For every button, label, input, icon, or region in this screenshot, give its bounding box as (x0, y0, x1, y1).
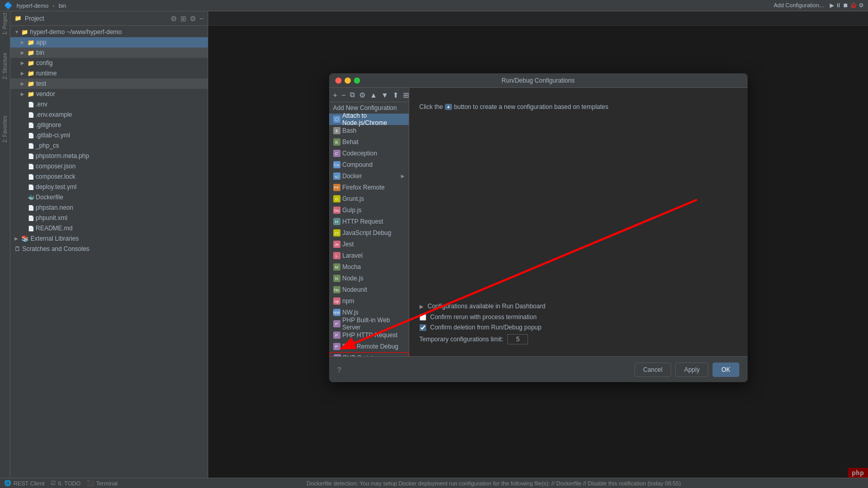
gulp-icon: Gu (333, 207, 340, 214)
project-panel: 📁 Project ⚙ ⊞ ⚙ − ▼ 📁 hyperf-demo ~/www/… (10, 11, 208, 478)
config-item-php-script[interactable]: P PHP Script (329, 352, 409, 356)
tree-label-app: app (36, 39, 47, 46)
jsdebug-icon: JS (333, 229, 340, 237)
config-item-grunt[interactable]: G Grunt.js (329, 193, 409, 204)
composer-json-icon: 📄 (28, 164, 34, 169)
config-item-php-http[interactable]: P PHP HTTP Request (329, 329, 409, 341)
cancel-button[interactable]: Cancel (634, 363, 671, 377)
sync-icon[interactable]: ⚙ (171, 14, 177, 23)
apply-button[interactable]: Apply (675, 363, 708, 377)
tree-label-readme: README.md (36, 225, 72, 232)
config-item-gulp[interactable]: Gu Gulp.js (329, 204, 409, 216)
move-up-btn[interactable]: ▲ (369, 91, 378, 99)
config-item-attach-node[interactable]: ⬡ Attach to Node.js/Chrome (329, 114, 409, 125)
config-item-npm[interactable]: np npm (329, 295, 409, 307)
http-icon: H (333, 218, 340, 225)
tree-item-external[interactable]: ▶ 📚 External Libraries (10, 233, 208, 244)
add-config-btn[interactable]: + (332, 91, 338, 99)
nodejs-icon: N (333, 275, 340, 282)
temp-limit-input[interactable] (507, 334, 528, 344)
config-toolbar: + − ⧉ ⚙ ▲ ▼ ⬆ ⊞ (329, 88, 409, 102)
php-http-icon: P (333, 332, 340, 339)
tree-item-phpstorm[interactable]: 📄 phpstorm.meta.php (10, 151, 208, 161)
ok-button[interactable]: OK (712, 363, 739, 377)
config-hint: Click the + button to create a new confi… (420, 103, 737, 111)
tree-item-config[interactable]: ▶ 📁 config (10, 58, 208, 68)
tree-item-composer-lock[interactable]: 📄 composer.lock (10, 171, 208, 182)
tree-item-app[interactable]: ▶ 📁 app (10, 37, 208, 48)
tree-item-dockerfile[interactable]: 🐳 Dockerfile (10, 192, 208, 202)
move-down-btn[interactable]: ▼ (380, 91, 390, 99)
tree-item-env-example[interactable]: 📄 .env.example (10, 109, 208, 120)
config-item-jsdebug[interactable]: JS JavaScript Debug (329, 227, 409, 239)
rest-icon: 🌐 (4, 480, 11, 486)
compound-icon: Co (333, 161, 340, 168)
readme-icon: 📄 (28, 226, 34, 231)
check1-label: Confirm rerun with process termination (430, 313, 537, 321)
status-terminal[interactable]: ⬛ Terminal (87, 480, 118, 486)
config-item-bash[interactable]: $ Bash (329, 125, 409, 136)
tree-label-env: .env (36, 101, 48, 108)
config-item-nodejs[interactable]: N Node.js (329, 273, 409, 284)
tree-item-scratches[interactable]: 🗒 Scratches and Consoles (10, 244, 208, 254)
settings-icon[interactable]: ⚙ (190, 14, 196, 23)
project-header: 📁 Project ⚙ ⊞ ⚙ − (10, 11, 208, 26)
config-item-firefox[interactable]: FF Firefox Remote (329, 182, 409, 193)
add-config-label[interactable]: Add Configuration... ▶ ⏸ ⏹ 🐞 ⚙ (773, 2, 864, 9)
minimize-icon[interactable]: − (199, 14, 204, 23)
config-item-codeception[interactable]: C Codeception (329, 148, 409, 159)
tree-item-gitignore[interactable]: 📄 .gitignore (10, 120, 208, 130)
check1-input[interactable] (420, 314, 426, 321)
project-folder-icon: 📁 (21, 29, 28, 36)
config-item-docker[interactable]: 🐳 Docker (329, 170, 409, 182)
tree-item-test[interactable]: ▶ 📁 test (10, 78, 208, 89)
tree-item-project[interactable]: ▼ 📁 hyperf-demo ~/www/hyperf-demo (10, 27, 208, 37)
run-dashboard-section[interactable]: ▶ Configurations available in Run Dashbo… (420, 301, 737, 312)
tree-item-readme[interactable]: 📄 README.md (10, 223, 208, 233)
tree-label-phpcs: _php_cs (36, 142, 59, 149)
tree-item-phpstan[interactable]: 📄 phpstan.neon (10, 202, 208, 213)
config-item-laravel[interactable]: L Laravel (329, 250, 409, 261)
sidebar-icon-project[interactable]: 1: Project (1, 13, 10, 34)
sidebar-icon-structure[interactable]: 2: Structure (1, 56, 10, 76)
settings-config-btn[interactable]: ⚙ (358, 91, 367, 99)
config-item-jest[interactable]: Je Jest (329, 239, 409, 250)
remove-config-btn[interactable]: − (340, 91, 347, 99)
tree-item-bin[interactable]: ▶ 📁 bin (10, 48, 208, 58)
tree-item-composer-json[interactable]: 📄 composer.json (10, 161, 208, 171)
config-item-http[interactable]: H HTTP Request (329, 216, 409, 227)
tree-item-env[interactable]: 📄 .env (10, 99, 208, 109)
config-item-behat[interactable]: B Behat (329, 136, 409, 148)
tree-item-vendor[interactable]: ▶ 📁 vendor (10, 89, 208, 99)
side-icons: 1: Project 2: Structure 2: Favorites (0, 11, 10, 478)
close-button[interactable] (335, 77, 342, 84)
tree-label-deploy: deploy.test.yml (36, 183, 76, 191)
config-item-compound[interactable]: Co Compound (329, 159, 409, 170)
sort-btn[interactable]: ⬆ (392, 91, 400, 99)
sidebar-icon-favorites[interactable]: 2: Favorites (1, 119, 10, 139)
tree-item-gitlab-ci[interactable]: 📄 .gitlab-ci.yml (10, 130, 208, 140)
section-label: Configurations available in Run Dashboar… (428, 303, 546, 310)
maximize-button[interactable] (354, 77, 360, 84)
run-debug-dialog: Run/Debug Configurations + − ⧉ ⚙ ▲ ▼ (329, 73, 748, 382)
config-item-nodeunit[interactable]: Nu Nodeunit (329, 284, 409, 295)
copy-config-btn[interactable]: ⧉ (349, 90, 356, 99)
status-todo[interactable]: ☑ 6: TODO (51, 480, 81, 486)
firefox-icon: FF (333, 184, 340, 191)
check2-input[interactable] (420, 324, 426, 331)
config-item-mocha[interactable]: M Mocha (329, 261, 409, 273)
layout-icon[interactable]: ⊞ (180, 14, 187, 23)
tree-item-runtime[interactable]: ▶ 📁 runtime (10, 68, 208, 78)
help-icon[interactable]: ? (337, 366, 342, 374)
tree-item-phpcs[interactable]: 📄 _php_cs (10, 140, 208, 151)
config-item-php-remote[interactable]: P PHP Remote Debug (329, 341, 409, 352)
tree-label-phpunit-xml: phpunit.xml (36, 214, 67, 222)
jsdebug-label: JavaScript Debug (343, 229, 392, 237)
minimize-button[interactable] (345, 77, 351, 84)
config-item-php-builtin[interactable]: P PHP Built-in Web Server (329, 318, 409, 329)
tree-item-deploy[interactable]: 📄 deploy.test.yml (10, 182, 208, 192)
tree-item-phpunit-xml[interactable]: 📄 phpunit.xml (10, 213, 208, 223)
status-rest-client[interactable]: 🌐 REST Client (4, 480, 44, 486)
app-subtitle: › (53, 3, 55, 9)
tree-label-dockerfile: Dockerfile (36, 194, 63, 201)
